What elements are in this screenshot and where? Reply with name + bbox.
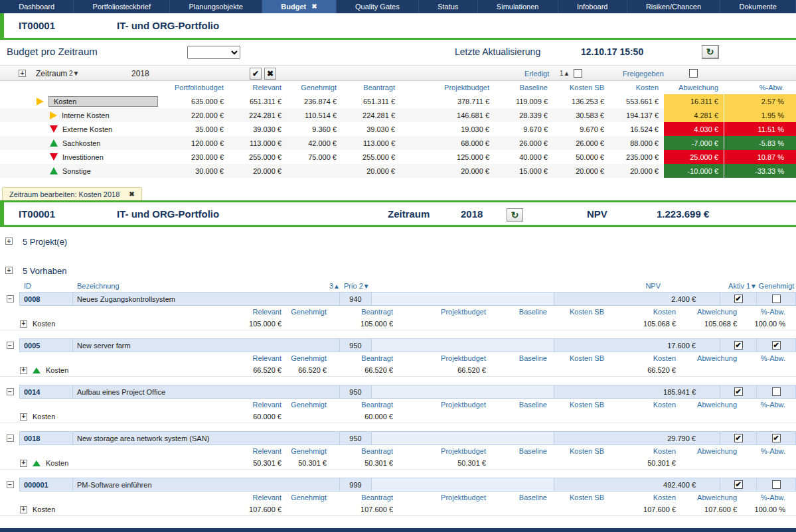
close-edit-tab-icon[interactable]: ✖	[129, 190, 134, 198]
expand-icon[interactable]: +	[20, 413, 27, 421]
subcol-beantragt: Beantragt	[332, 494, 398, 501]
table-row-kosten[interactable]: Kosten 635.000 € 651.311 € 236.874 € 651…	[0, 94, 796, 108]
aktiv-checkbox[interactable]: ✔	[734, 387, 743, 396]
portfolio-id: IT00001	[19, 20, 55, 31]
cell-relevant: 105.000 €	[166, 320, 287, 328]
table-row-sonstige[interactable]: Sonstige 30.000 € 20.000 € 20.000 € 20.0…	[0, 164, 796, 178]
project-kosten-row[interactable]: +Kosten 107.600 € 107.600 € 107.600 € 10…	[0, 503, 796, 516]
budget-row-label[interactable]: Sonstige	[62, 167, 91, 175]
cell-beantragt: 107.600 €	[332, 505, 398, 513]
subcol-abweichung: Abweichung	[681, 447, 742, 455]
expand-icon[interactable]: +	[20, 367, 27, 374]
project-kosten-row[interactable]: +Kosten 66.520 € 66.520 € 66.520 € 66.52…	[0, 364, 796, 377]
project-row[interactable]: − 000001 PM-Software einführen 999 492.4…	[0, 478, 796, 492]
zeitraum-label[interactable]: Zeitraum	[36, 69, 67, 78]
close-tab-icon[interactable]: ✖	[311, 3, 317, 10]
collapse-icon[interactable]: −	[7, 388, 14, 395]
genehmigt-checkbox[interactable]: ✔	[772, 434, 781, 442]
kosten-row-label: Kosten	[33, 505, 55, 513]
tab-dashboard[interactable]: Dashboard	[0, 0, 74, 13]
project-row[interactable]: − 0005 New server farm 950 17.600 € ✔ ✔	[0, 338, 796, 352]
expand-icon[interactable]: +	[20, 320, 27, 328]
collapse-icon[interactable]: −	[7, 481, 14, 488]
genehmigt-checkbox[interactable]: ✔	[772, 295, 781, 303]
col-kosten[interactable]: Kosten	[609, 84, 664, 92]
tab-planungsobjekte[interactable]: Planungsobjekte	[170, 0, 262, 13]
expand-icon[interactable]: +	[20, 460, 27, 467]
subcol-baseline: Baseline	[491, 354, 552, 362]
cell-baseline: 15.000 €	[495, 167, 553, 175]
genehmigt-checkbox[interactable]: ✔	[772, 387, 781, 396]
tab-simulationen[interactable]: Simulationen	[478, 0, 558, 13]
col-genehmigt[interactable]: Genehmigt	[757, 282, 796, 290]
col-id[interactable]: ID	[20, 282, 73, 290]
confirm-button[interactable]: ✔	[250, 68, 262, 80]
freigegeben-checkbox[interactable]: ✔	[689, 69, 698, 78]
expand-icon[interactable]: +	[19, 70, 26, 77]
check-icon: ✔	[773, 342, 779, 349]
col-baseline[interactable]: Baseline	[495, 84, 553, 92]
tab-status[interactable]: Status	[419, 0, 478, 13]
cancel-button[interactable]: ✖	[264, 68, 276, 80]
expand-icon[interactable]: +	[5, 237, 13, 245]
col-npv[interactable]: NPV	[554, 282, 720, 290]
zeitraum-edit-tab[interactable]: Zeitraum bearbeiten: Kosten 2018 ✖	[2, 187, 142, 200]
table-row-investitionen[interactable]: Investitionen 230.000 € 255.000 € 75.000…	[0, 150, 796, 164]
erledigt-checkbox[interactable]: ✔	[574, 69, 582, 78]
project-kosten-row[interactable]: +Kosten 105.000 € 105.000 € 105.068 € 10…	[0, 318, 796, 330]
project-row[interactable]: − 0008 Neues Zugangskontrollsystem 940 2…	[0, 292, 796, 306]
col-abweichung[interactable]: Abweichung	[664, 84, 724, 92]
col-pct-abw[interactable]: %-Abw.	[724, 84, 796, 92]
subcol-kosten-sb: Kosten SB	[552, 494, 609, 501]
budget-row-label[interactable]: Investitionen	[62, 153, 104, 161]
col-portfoliobudget[interactable]: Portfoliobudget	[166, 84, 229, 92]
table-row-externe-kosten[interactable]: Externe Kosten 35.000 € 39.030 € 9.360 €…	[0, 122, 796, 136]
project-kosten-row[interactable]: +Kosten 50.301 € 50.301 € 50.301 € 50.30…	[0, 457, 796, 470]
tab-risiken-chancen[interactable]: Risiken/Chancen	[627, 0, 721, 13]
check-icon: ✔	[773, 434, 779, 442]
budget-row-label[interactable]: Kosten	[48, 96, 158, 107]
col-bezeichnung[interactable]: Bezeichnung	[73, 282, 305, 290]
subcol-kosten-sb: Kosten SB	[552, 447, 609, 455]
expand-icon[interactable]: +	[20, 506, 27, 513]
aktiv-checkbox[interactable]: ✔	[734, 341, 743, 350]
subcol-baseline: Baseline	[491, 494, 552, 501]
expand-icon[interactable]: +	[5, 267, 13, 274]
refresh-button[interactable]: ↻	[702, 45, 718, 58]
col-prio[interactable]: Prio 2▼	[340, 282, 406, 290]
refresh-button[interactable]: ↻	[507, 208, 523, 222]
cell-projektbudget: 19.030 €	[400, 125, 495, 133]
aktiv-checkbox[interactable]: ✔	[734, 480, 743, 489]
aktiv-checkbox[interactable]: ✔	[734, 295, 743, 303]
aktiv-checkbox[interactable]: ✔	[734, 434, 743, 442]
col-kosten-sb[interactable]: Kosten SB	[553, 84, 609, 92]
table-row-interne-kosten[interactable]: Interne Kosten 220.000 € 224.281 € 110.5…	[0, 108, 796, 122]
check-icon: ✔	[735, 295, 741, 302]
col-relevant[interactable]: Relevant	[229, 84, 287, 92]
col-genehmigt[interactable]: Genehmigt	[287, 84, 342, 92]
cell-pct-abw: 2.57 %	[724, 94, 796, 108]
tab-dokumente[interactable]: Dokumente	[720, 0, 796, 13]
collapse-icon[interactable]: −	[7, 434, 14, 442]
cell-kosten-sb: 9.670 €	[553, 125, 609, 133]
col-projektbudget[interactable]: Projektbudget	[400, 84, 495, 92]
project-kosten-row[interactable]: +Kosten 60.000 € 60.000 €	[0, 411, 796, 423]
budget-row-label[interactable]: Interne Kosten	[62, 111, 110, 119]
tab-budget[interactable]: Budget✖	[262, 0, 337, 13]
zeitraum-select[interactable]	[187, 46, 240, 59]
cell-kosten: 16.524 €	[609, 125, 664, 133]
tab-infoboard[interactable]: Infoboard	[558, 0, 627, 13]
collapse-icon[interactable]: −	[7, 295, 14, 302]
budget-row-label[interactable]: Sachkosten	[62, 139, 100, 147]
tab-portfoliosteckbrief[interactable]: Portfoliosteckbrief	[74, 0, 170, 13]
genehmigt-checkbox[interactable]: ✔	[772, 480, 781, 489]
tab-quality-gates[interactable]: Quality Gates	[337, 0, 419, 13]
collapse-icon[interactable]: −	[7, 342, 14, 349]
table-row-sachkosten[interactable]: Sachkosten 120.000 € 113.000 € 42.000 € …	[0, 136, 796, 150]
budget-row-label[interactable]: Externe Kosten	[62, 125, 112, 133]
col-beantragt[interactable]: Beantragt	[342, 84, 400, 92]
project-row[interactable]: − 0014 Aufbau eines Project Office 950 1…	[0, 385, 796, 399]
genehmigt-checkbox[interactable]: ✔	[772, 341, 781, 350]
col-aktiv[interactable]: Aktiv 1▼	[720, 282, 757, 290]
project-row[interactable]: − 0018 New storage area network system (…	[0, 431, 796, 445]
